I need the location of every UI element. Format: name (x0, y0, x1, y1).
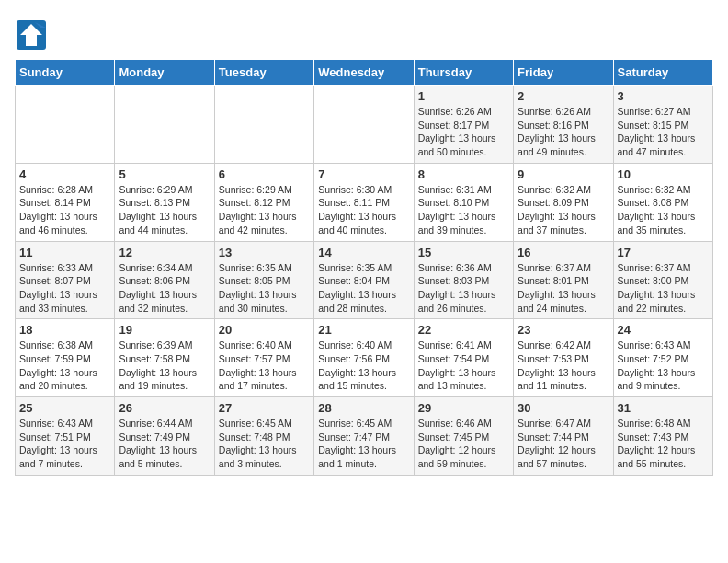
calendar-day-cell: 7Sunrise: 6:30 AMSunset: 8:11 PMDaylight… (314, 163, 414, 241)
calendar-day-cell: 14Sunrise: 6:35 AMSunset: 8:04 PMDayligh… (314, 241, 414, 319)
day-number: 2 (518, 89, 609, 103)
calendar-day-cell: 16Sunrise: 6:37 AMSunset: 8:01 PMDayligh… (514, 241, 613, 319)
calendar-week-row: 1Sunrise: 6:26 AMSunset: 8:17 PMDaylight… (16, 86, 713, 164)
day-info: Sunrise: 6:31 AMSunset: 8:10 PMDaylight:… (418, 183, 509, 237)
calendar-day-cell: 22Sunrise: 6:41 AMSunset: 7:54 PMDayligh… (414, 319, 513, 397)
day-number: 16 (518, 246, 609, 259)
calendar-day-cell: 18Sunrise: 6:38 AMSunset: 7:59 PMDayligh… (16, 319, 115, 397)
calendar-day-cell: 5Sunrise: 6:29 AMSunset: 8:13 PMDaylight… (115, 163, 214, 241)
calendar-day-cell: 31Sunrise: 6:48 AMSunset: 7:43 PMDayligh… (613, 397, 712, 476)
day-number: 12 (119, 246, 210, 259)
day-number: 21 (318, 323, 409, 337)
day-info: Sunrise: 6:34 AMSunset: 8:06 PMDaylight:… (119, 261, 210, 316)
day-info: Sunrise: 6:47 AMSunset: 7:44 PMDaylight:… (518, 417, 609, 471)
calendar-table: SundayMondayTuesdayWednesdayThursdayFrid… (15, 59, 713, 476)
day-info: Sunrise: 6:28 AMSunset: 8:14 PMDaylight:… (19, 183, 110, 237)
calendar-week-row: 11Sunrise: 6:33 AMSunset: 8:07 PMDayligh… (16, 241, 713, 319)
calendar-day-cell (16, 86, 115, 164)
day-info: Sunrise: 6:41 AMSunset: 7:54 PMDaylight:… (418, 339, 509, 393)
day-number: 19 (119, 323, 210, 337)
calendar-day-header: Tuesday (214, 60, 313, 86)
calendar-day-cell: 21Sunrise: 6:40 AMSunset: 7:56 PMDayligh… (314, 319, 414, 397)
calendar-day-cell: 11Sunrise: 6:33 AMSunset: 8:07 PMDayligh… (16, 241, 115, 319)
day-info: Sunrise: 6:33 AMSunset: 8:07 PMDaylight:… (19, 261, 110, 316)
calendar-day-cell: 24Sunrise: 6:43 AMSunset: 7:52 PMDayligh… (613, 319, 712, 397)
day-number: 27 (219, 401, 310, 415)
day-number: 18 (19, 323, 110, 337)
day-info: Sunrise: 6:38 AMSunset: 7:59 PMDaylight:… (19, 339, 110, 393)
day-number: 15 (418, 246, 509, 259)
calendar-day-cell (115, 86, 214, 164)
calendar-day-header: Wednesday (314, 60, 414, 86)
day-number: 3 (618, 89, 709, 103)
day-info: Sunrise: 6:45 AMSunset: 7:47 PMDaylight:… (318, 417, 409, 471)
calendar-body: 1Sunrise: 6:26 AMSunset: 8:17 PMDaylight… (16, 86, 713, 476)
day-info: Sunrise: 6:30 AMSunset: 8:11 PMDaylight:… (318, 183, 409, 237)
calendar-day-cell: 13Sunrise: 6:35 AMSunset: 8:05 PMDayligh… (214, 241, 313, 319)
day-number: 11 (19, 246, 110, 259)
calendar-day-cell: 25Sunrise: 6:43 AMSunset: 7:51 PMDayligh… (16, 397, 115, 476)
calendar-day-cell: 10Sunrise: 6:32 AMSunset: 8:08 PMDayligh… (613, 163, 712, 241)
calendar-day-header: Monday (115, 60, 214, 86)
calendar-day-cell: 12Sunrise: 6:34 AMSunset: 8:06 PMDayligh… (115, 241, 214, 319)
day-info: Sunrise: 6:29 AMSunset: 8:13 PMDaylight:… (119, 183, 210, 237)
calendar-day-cell: 20Sunrise: 6:40 AMSunset: 7:57 PMDayligh… (214, 319, 313, 397)
calendar-day-cell: 30Sunrise: 6:47 AMSunset: 7:44 PMDayligh… (514, 397, 613, 476)
calendar-day-cell: 2Sunrise: 6:26 AMSunset: 8:16 PMDaylight… (514, 86, 613, 164)
calendar-day-cell (314, 86, 414, 164)
day-number: 29 (418, 401, 509, 415)
day-number: 7 (318, 167, 409, 181)
day-info: Sunrise: 6:40 AMSunset: 7:56 PMDaylight:… (318, 339, 409, 393)
calendar-day-cell: 3Sunrise: 6:27 AMSunset: 8:15 PMDaylight… (613, 86, 712, 164)
day-number: 25 (19, 401, 110, 415)
day-info: Sunrise: 6:35 AMSunset: 8:05 PMDaylight:… (219, 261, 310, 316)
calendar-day-cell: 15Sunrise: 6:36 AMSunset: 8:03 PMDayligh… (414, 241, 513, 319)
calendar-day-cell: 4Sunrise: 6:28 AMSunset: 8:14 PMDaylight… (16, 163, 115, 241)
calendar-day-cell: 27Sunrise: 6:45 AMSunset: 7:48 PMDayligh… (214, 397, 313, 476)
day-number: 23 (518, 323, 609, 337)
calendar-week-row: 18Sunrise: 6:38 AMSunset: 7:59 PMDayligh… (16, 319, 713, 397)
day-number: 26 (119, 401, 210, 415)
day-number: 8 (418, 167, 509, 181)
day-number: 10 (618, 167, 709, 181)
day-number: 22 (418, 323, 509, 337)
calendar-day-cell (214, 86, 313, 164)
day-number: 4 (19, 167, 110, 181)
day-info: Sunrise: 6:29 AMSunset: 8:12 PMDaylight:… (219, 183, 310, 237)
day-info: Sunrise: 6:45 AMSunset: 7:48 PMDaylight:… (219, 417, 310, 471)
day-info: Sunrise: 6:39 AMSunset: 7:58 PMDaylight:… (119, 339, 210, 393)
day-number: 28 (318, 401, 409, 415)
calendar-day-cell: 6Sunrise: 6:29 AMSunset: 8:12 PMDaylight… (214, 163, 313, 241)
day-info: Sunrise: 6:26 AMSunset: 8:16 PMDaylight:… (518, 105, 609, 159)
day-info: Sunrise: 6:32 AMSunset: 8:09 PMDaylight:… (518, 183, 609, 237)
day-number: 13 (219, 246, 310, 259)
day-info: Sunrise: 6:43 AMSunset: 7:51 PMDaylight:… (19, 417, 110, 471)
day-info: Sunrise: 6:48 AMSunset: 7:43 PMDaylight:… (618, 417, 709, 471)
day-info: Sunrise: 6:46 AMSunset: 7:45 PMDaylight:… (418, 417, 509, 471)
day-info: Sunrise: 6:43 AMSunset: 7:52 PMDaylight:… (618, 339, 709, 393)
calendar-day-cell: 19Sunrise: 6:39 AMSunset: 7:58 PMDayligh… (115, 319, 214, 397)
page-header (15, 15, 713, 52)
day-info: Sunrise: 6:36 AMSunset: 8:03 PMDaylight:… (418, 261, 509, 316)
day-info: Sunrise: 6:37 AMSunset: 8:00 PMDaylight:… (618, 261, 709, 316)
day-number: 17 (618, 246, 709, 259)
day-info: Sunrise: 6:32 AMSunset: 8:08 PMDaylight:… (618, 183, 709, 237)
calendar-week-row: 25Sunrise: 6:43 AMSunset: 7:51 PMDayligh… (16, 397, 713, 476)
calendar-day-cell: 9Sunrise: 6:32 AMSunset: 8:09 PMDaylight… (514, 163, 613, 241)
day-number: 30 (518, 401, 609, 415)
calendar-day-cell: 17Sunrise: 6:37 AMSunset: 8:00 PMDayligh… (613, 241, 712, 319)
day-number: 5 (119, 167, 210, 181)
day-info: Sunrise: 6:37 AMSunset: 8:01 PMDaylight:… (518, 261, 609, 316)
calendar-day-cell: 29Sunrise: 6:46 AMSunset: 7:45 PMDayligh… (414, 397, 513, 476)
day-number: 9 (518, 167, 609, 181)
day-info: Sunrise: 6:27 AMSunset: 8:15 PMDaylight:… (618, 105, 709, 159)
day-info: Sunrise: 6:42 AMSunset: 7:53 PMDaylight:… (518, 339, 609, 393)
calendar-day-cell: 28Sunrise: 6:45 AMSunset: 7:47 PMDayligh… (314, 397, 414, 476)
calendar-day-cell: 26Sunrise: 6:44 AMSunset: 7:49 PMDayligh… (115, 397, 214, 476)
day-info: Sunrise: 6:35 AMSunset: 8:04 PMDaylight:… (318, 261, 409, 316)
day-info: Sunrise: 6:44 AMSunset: 7:49 PMDaylight:… (119, 417, 210, 471)
calendar-day-header: Thursday (414, 60, 513, 86)
day-info: Sunrise: 6:40 AMSunset: 7:57 PMDaylight:… (219, 339, 310, 393)
day-number: 20 (219, 323, 310, 337)
day-number: 14 (318, 246, 409, 259)
